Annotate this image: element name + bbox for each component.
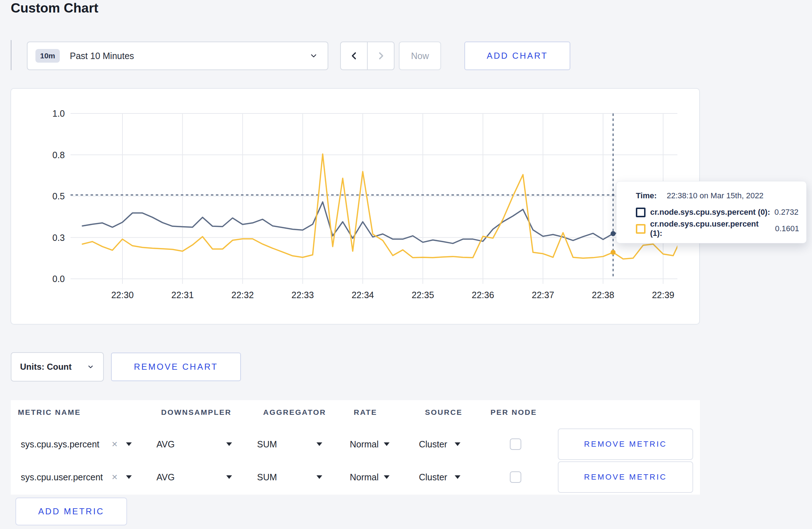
caret-down-icon[interactable] (126, 442, 132, 446)
per-node-checkbox[interactable] (510, 438, 521, 450)
units-select[interactable]: Units: Count (11, 352, 104, 382)
time-range-select[interactable]: 10m Past 10 Minutes (27, 42, 328, 70)
add-chart-button[interactable]: ADD CHART (464, 42, 570, 70)
remove-metric-button[interactable]: REMOVE METRIC (558, 428, 693, 460)
svg-text:1.0: 1.0 (52, 108, 65, 118)
downsampler-select[interactable]: AVG (156, 472, 175, 482)
clear-metric-icon[interactable]: × (112, 438, 117, 450)
add-metric-button[interactable]: ADD METRIC (15, 498, 127, 525)
time-range-label: Past 10 Minutes (70, 51, 134, 61)
svg-text:22:34: 22:34 (352, 290, 374, 300)
user-series-swatch-icon (636, 224, 646, 234)
custom-chart-page: Custom Chart 10m Past 10 Minutes Now ADD… (0, 0, 812, 529)
svg-text:0.0: 0.0 (52, 274, 65, 284)
svg-text:22:31: 22:31 (171, 290, 194, 300)
metric-name-value[interactable]: sys.cpu.user.percent (21, 472, 103, 482)
svg-text:22:30: 22:30 (111, 290, 134, 300)
tooltip-user-series-value: 0.1601 (775, 224, 799, 233)
svg-text:0.8: 0.8 (52, 150, 65, 160)
chevron-down-icon (87, 363, 95, 371)
svg-text:0.5: 0.5 (52, 191, 65, 201)
page-title: Custom Chart (11, 1, 98, 16)
header-downsampler: DOWNSAMPLER (161, 408, 232, 417)
caret-down-icon[interactable] (384, 475, 390, 479)
svg-text:22:36: 22:36 (472, 290, 494, 300)
chart-tooltip: Time: 22:38:10 on Mar 15th, 2022 cr.node… (616, 181, 807, 243)
caret-down-icon[interactable] (226, 475, 232, 479)
source-select[interactable]: Cluster (419, 439, 447, 450)
caret-down-icon[interactable] (316, 475, 322, 479)
time-nav-group (340, 42, 395, 70)
header-rate: RATE (354, 408, 377, 417)
header-per-node: PER NODE (490, 408, 537, 417)
caret-down-icon[interactable] (384, 442, 390, 446)
svg-text:0.3: 0.3 (52, 233, 65, 243)
rate-select[interactable]: Normal (350, 439, 379, 450)
caret-down-icon[interactable] (455, 442, 460, 446)
caret-down-icon[interactable] (126, 475, 132, 479)
rate-select[interactable]: Normal (350, 472, 379, 482)
time-forward-button[interactable] (368, 42, 394, 69)
header-metric-name: METRIC NAME (18, 408, 81, 417)
remove-chart-button[interactable]: REMOVE CHART (111, 353, 241, 381)
caret-down-icon[interactable] (455, 475, 460, 479)
chevron-right-icon (376, 50, 386, 61)
chevron-down-icon (309, 51, 318, 60)
remove-metric-button[interactable]: REMOVE METRIC (558, 461, 693, 493)
downsampler-select[interactable]: AVG (156, 439, 175, 450)
time-back-button[interactable] (341, 42, 368, 69)
cpu-metrics-chart[interactable]: 0.00.30.50.81.022:3022:3122:3222:3322:34… (11, 89, 701, 325)
caret-down-icon[interactable] (226, 442, 232, 446)
caret-down-icon[interactable] (316, 442, 322, 446)
time-range-badge: 10m (35, 49, 60, 63)
units-label: Units: Count (20, 362, 72, 372)
header-source: SOURCE (425, 408, 463, 417)
sys-series-swatch-icon (636, 208, 646, 217)
chart-card: 0.00.30.50.81.022:3022:3122:3222:3322:34… (10, 88, 700, 325)
chevron-left-icon (349, 50, 359, 61)
aggregator-select[interactable]: SUM (257, 439, 277, 450)
metric-row: sys.cpu.sys.percent × AVG SUM Normal Clu… (11, 428, 700, 460)
per-node-checkbox[interactable] (510, 471, 521, 483)
tooltip-time-label: Time: (636, 191, 657, 200)
svg-text:22:37: 22:37 (532, 290, 554, 300)
tooltip-user-series-name: cr.node.sys.cpu.user.percent (1): (650, 219, 771, 238)
metric-row: sys.cpu.user.percent × AVG SUM Normal Cl… (11, 461, 700, 493)
tooltip-sys-series-name: cr.node.sys.cpu.sys.percent (0): (650, 208, 770, 217)
svg-text:22:32: 22:32 (231, 290, 254, 300)
source-select[interactable]: Cluster (419, 472, 447, 482)
header-aggregator: AGGREGATOR (263, 408, 326, 417)
now-button[interactable]: Now (399, 42, 441, 70)
tooltip-time-value: 22:38:10 on Mar 15th, 2022 (667, 191, 763, 200)
svg-text:22:35: 22:35 (412, 290, 434, 300)
svg-text:22:33: 22:33 (291, 290, 314, 300)
aggregator-select[interactable]: SUM (257, 472, 277, 482)
toolbar-divider (11, 40, 11, 70)
svg-text:22:38: 22:38 (592, 290, 614, 300)
tooltip-sys-series-value: 0.2732 (774, 208, 798, 217)
svg-text:22:39: 22:39 (652, 290, 675, 300)
clear-metric-icon[interactable]: × (112, 471, 117, 483)
metric-name-value[interactable]: sys.cpu.sys.percent (21, 439, 100, 450)
